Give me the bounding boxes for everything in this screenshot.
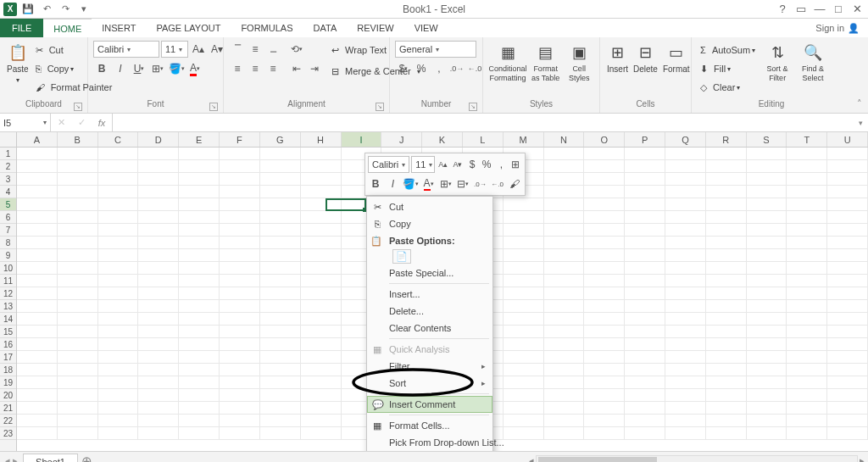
- cell[interactable]: [179, 275, 220, 287]
- cell[interactable]: [787, 415, 827, 427]
- tab-formulas[interactable]: FORMULAS: [231, 19, 303, 37]
- row-header-15[interactable]: 15: [0, 326, 16, 338]
- column-header-U[interactable]: U: [827, 132, 868, 147]
- cell[interactable]: [827, 338, 868, 351]
- cell[interactable]: [504, 427, 544, 440]
- cell[interactable]: [17, 198, 58, 211]
- cell[interactable]: [17, 262, 58, 275]
- cell[interactable]: [827, 148, 868, 160]
- cell[interactable]: [260, 160, 301, 173]
- mini-italic[interactable]: I: [385, 175, 400, 192]
- cell[interactable]: [625, 415, 665, 427]
- cell[interactable]: [625, 364, 665, 376]
- cell-styles-button[interactable]: ▣Cell Styles: [564, 41, 594, 85]
- increase-font-button[interactable]: A▴: [190, 41, 207, 58]
- cell[interactable]: [787, 287, 827, 300]
- cell[interactable]: [58, 402, 98, 415]
- ctx-delete[interactable]: Delete...: [367, 303, 492, 320]
- cell[interactable]: [504, 338, 544, 351]
- cell[interactable]: [98, 389, 139, 402]
- cell[interactable]: [504, 300, 544, 313]
- cell[interactable]: [301, 351, 342, 364]
- cell[interactable]: [584, 326, 625, 338]
- cell[interactable]: [17, 287, 58, 300]
- cell[interactable]: [138, 198, 179, 211]
- clear-button[interactable]: ◇ Clear▾: [697, 78, 759, 97]
- row-header-19[interactable]: 19: [0, 376, 16, 389]
- cell[interactable]: [179, 211, 220, 224]
- cell[interactable]: [260, 389, 301, 402]
- cell[interactable]: [58, 224, 98, 237]
- cell[interactable]: [138, 237, 179, 249]
- tab-insert[interactable]: INSERT: [92, 19, 146, 37]
- cell[interactable]: [504, 351, 544, 364]
- cell[interactable]: [138, 186, 179, 198]
- row-header-1[interactable]: 1: [0, 148, 16, 160]
- cell[interactable]: [17, 148, 58, 160]
- cell[interactable]: [544, 415, 585, 427]
- cell[interactable]: [179, 300, 220, 313]
- cell[interactable]: [584, 287, 625, 300]
- cell[interactable]: [179, 287, 220, 300]
- cell[interactable]: [301, 275, 342, 287]
- paste-button[interactable]: 📋 Paste ▾: [5, 41, 31, 86]
- cell[interactable]: [584, 148, 625, 160]
- tab-page-layout[interactable]: PAGE LAYOUT: [146, 19, 231, 37]
- column-header-H[interactable]: H: [301, 132, 342, 147]
- cell[interactable]: [706, 326, 747, 338]
- cell[interactable]: [58, 173, 98, 186]
- cell[interactable]: [260, 402, 301, 415]
- column-header-A[interactable]: A: [17, 132, 58, 147]
- cell[interactable]: [544, 376, 585, 389]
- cell[interactable]: [747, 224, 787, 237]
- cell[interactable]: [98, 402, 139, 415]
- decrease-decimal-button[interactable]: ←.0: [466, 60, 483, 77]
- select-all-corner[interactable]: [0, 132, 17, 148]
- cell[interactable]: [138, 364, 179, 376]
- cell[interactable]: [220, 148, 260, 160]
- cell[interactable]: [625, 186, 665, 198]
- comma-format-button[interactable]: ,: [431, 60, 448, 77]
- borders-button[interactable]: ⊞▾: [149, 60, 166, 77]
- cell[interactable]: [584, 427, 625, 440]
- cell[interactable]: [665, 173, 706, 186]
- cell[interactable]: [17, 224, 58, 237]
- qat-customize[interactable]: ▾: [76, 2, 92, 17]
- cell[interactable]: [220, 376, 260, 389]
- cell[interactable]: [787, 402, 827, 415]
- cell[interactable]: [827, 313, 868, 326]
- mini-format-cells[interactable]: ⊞: [509, 156, 522, 173]
- cell[interactable]: [98, 300, 139, 313]
- row-header-11[interactable]: 11: [0, 275, 16, 287]
- column-header-R[interactable]: R: [706, 132, 747, 147]
- cell[interactable]: [138, 160, 179, 173]
- cell[interactable]: [827, 300, 868, 313]
- cell[interactable]: [301, 376, 342, 389]
- cell[interactable]: [665, 148, 706, 160]
- cell[interactable]: [584, 224, 625, 237]
- row-header-10[interactable]: 10: [0, 262, 16, 275]
- cell[interactable]: [179, 313, 220, 326]
- cell[interactable]: [138, 287, 179, 300]
- cell[interactable]: [544, 224, 585, 237]
- cell[interactable]: [544, 262, 585, 275]
- cell[interactable]: [98, 376, 139, 389]
- cell[interactable]: [747, 351, 787, 364]
- cell[interactable]: [747, 275, 787, 287]
- cell[interactable]: [260, 415, 301, 427]
- cell[interactable]: [504, 237, 544, 249]
- column-header-D[interactable]: D: [138, 132, 179, 147]
- cell[interactable]: [220, 211, 260, 224]
- cell[interactable]: [787, 249, 827, 262]
- row-header-4[interactable]: 4: [0, 186, 16, 198]
- mini-decrease-font[interactable]: A▾: [451, 156, 464, 173]
- ctx-copy[interactable]: ⎘Copy: [367, 215, 492, 232]
- cell[interactable]: [58, 427, 98, 440]
- cell[interactable]: [58, 148, 98, 160]
- cell[interactable]: [584, 402, 625, 415]
- cell[interactable]: [747, 326, 787, 338]
- cell[interactable]: [665, 338, 706, 351]
- mini-font-color[interactable]: A▾: [421, 175, 437, 192]
- cell[interactable]: [625, 326, 665, 338]
- clipboard-launcher[interactable]: ↘: [74, 103, 82, 111]
